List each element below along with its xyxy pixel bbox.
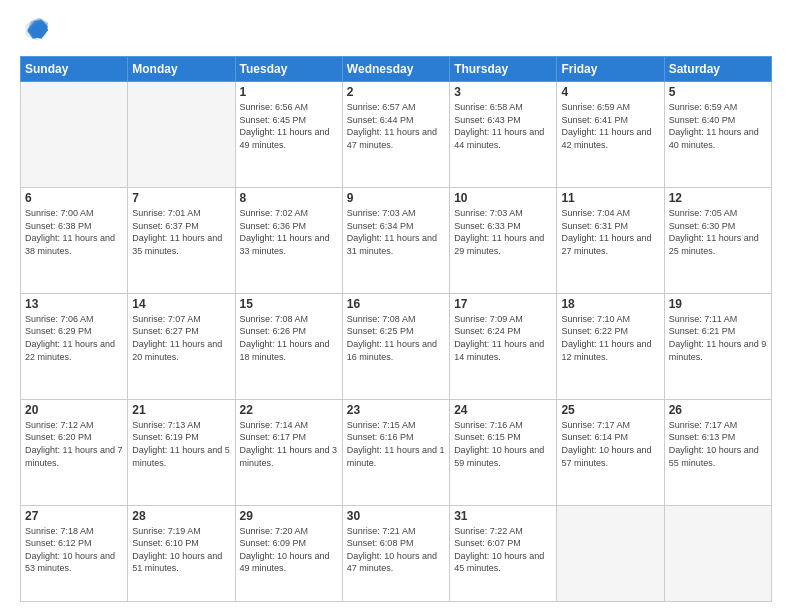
calendar-week-2: 6Sunrise: 7:00 AM Sunset: 6:38 PM Daylig…	[21, 187, 772, 293]
day-number: 9	[347, 191, 445, 205]
calendar-cell: 11Sunrise: 7:04 AM Sunset: 6:31 PM Dayli…	[557, 187, 664, 293]
calendar-cell: 23Sunrise: 7:15 AM Sunset: 6:16 PM Dayli…	[342, 399, 449, 505]
calendar-week-5: 27Sunrise: 7:18 AM Sunset: 6:12 PM Dayli…	[21, 505, 772, 601]
day-number: 19	[669, 297, 767, 311]
day-number: 31	[454, 509, 552, 523]
day-number: 7	[132, 191, 230, 205]
calendar-cell: 14Sunrise: 7:07 AM Sunset: 6:27 PM Dayli…	[128, 293, 235, 399]
day-detail: Sunrise: 7:19 AM Sunset: 6:10 PM Dayligh…	[132, 525, 230, 575]
day-number: 12	[669, 191, 767, 205]
calendar-cell	[664, 505, 771, 601]
day-number: 15	[240, 297, 338, 311]
day-number: 28	[132, 509, 230, 523]
day-detail: Sunrise: 7:22 AM Sunset: 6:07 PM Dayligh…	[454, 525, 552, 575]
day-number: 16	[347, 297, 445, 311]
logo-icon	[22, 16, 50, 44]
calendar-cell: 16Sunrise: 7:08 AM Sunset: 6:25 PM Dayli…	[342, 293, 449, 399]
day-number: 22	[240, 403, 338, 417]
day-number: 17	[454, 297, 552, 311]
day-detail: Sunrise: 7:10 AM Sunset: 6:22 PM Dayligh…	[561, 313, 659, 363]
day-detail: Sunrise: 7:08 AM Sunset: 6:25 PM Dayligh…	[347, 313, 445, 363]
day-detail: Sunrise: 7:12 AM Sunset: 6:20 PM Dayligh…	[25, 419, 123, 469]
calendar-cell: 4Sunrise: 6:59 AM Sunset: 6:41 PM Daylig…	[557, 82, 664, 188]
day-detail: Sunrise: 7:04 AM Sunset: 6:31 PM Dayligh…	[561, 207, 659, 257]
day-detail: Sunrise: 7:15 AM Sunset: 6:16 PM Dayligh…	[347, 419, 445, 469]
day-detail: Sunrise: 7:01 AM Sunset: 6:37 PM Dayligh…	[132, 207, 230, 257]
day-detail: Sunrise: 6:57 AM Sunset: 6:44 PM Dayligh…	[347, 101, 445, 151]
weekday-header-wednesday: Wednesday	[342, 57, 449, 82]
day-detail: Sunrise: 7:18 AM Sunset: 6:12 PM Dayligh…	[25, 525, 123, 575]
calendar-cell: 15Sunrise: 7:08 AM Sunset: 6:26 PM Dayli…	[235, 293, 342, 399]
calendar-cell: 29Sunrise: 7:20 AM Sunset: 6:09 PM Dayli…	[235, 505, 342, 601]
day-number: 27	[25, 509, 123, 523]
day-number: 11	[561, 191, 659, 205]
day-detail: Sunrise: 7:17 AM Sunset: 6:13 PM Dayligh…	[669, 419, 767, 469]
day-detail: Sunrise: 7:17 AM Sunset: 6:14 PM Dayligh…	[561, 419, 659, 469]
day-number: 26	[669, 403, 767, 417]
weekday-header-sunday: Sunday	[21, 57, 128, 82]
day-detail: Sunrise: 7:11 AM Sunset: 6:21 PM Dayligh…	[669, 313, 767, 363]
weekday-header-monday: Monday	[128, 57, 235, 82]
day-number: 21	[132, 403, 230, 417]
calendar-cell: 2Sunrise: 6:57 AM Sunset: 6:44 PM Daylig…	[342, 82, 449, 188]
day-number: 30	[347, 509, 445, 523]
day-number: 13	[25, 297, 123, 311]
logo	[20, 16, 54, 48]
calendar-cell: 3Sunrise: 6:58 AM Sunset: 6:43 PM Daylig…	[450, 82, 557, 188]
weekday-header-thursday: Thursday	[450, 57, 557, 82]
calendar-table: SundayMondayTuesdayWednesdayThursdayFrid…	[20, 56, 772, 602]
calendar-cell: 21Sunrise: 7:13 AM Sunset: 6:19 PM Dayli…	[128, 399, 235, 505]
day-number: 1	[240, 85, 338, 99]
day-number: 2	[347, 85, 445, 99]
day-detail: Sunrise: 6:59 AM Sunset: 6:41 PM Dayligh…	[561, 101, 659, 151]
calendar-cell: 20Sunrise: 7:12 AM Sunset: 6:20 PM Dayli…	[21, 399, 128, 505]
day-number: 3	[454, 85, 552, 99]
day-number: 20	[25, 403, 123, 417]
calendar-cell: 24Sunrise: 7:16 AM Sunset: 6:15 PM Dayli…	[450, 399, 557, 505]
day-detail: Sunrise: 7:08 AM Sunset: 6:26 PM Dayligh…	[240, 313, 338, 363]
day-detail: Sunrise: 7:03 AM Sunset: 6:33 PM Dayligh…	[454, 207, 552, 257]
day-detail: Sunrise: 7:09 AM Sunset: 6:24 PM Dayligh…	[454, 313, 552, 363]
calendar-cell: 8Sunrise: 7:02 AM Sunset: 6:36 PM Daylig…	[235, 187, 342, 293]
weekday-header-friday: Friday	[557, 57, 664, 82]
calendar-cell: 17Sunrise: 7:09 AM Sunset: 6:24 PM Dayli…	[450, 293, 557, 399]
calendar-cell: 12Sunrise: 7:05 AM Sunset: 6:30 PM Dayli…	[664, 187, 771, 293]
day-number: 18	[561, 297, 659, 311]
calendar-cell: 10Sunrise: 7:03 AM Sunset: 6:33 PM Dayli…	[450, 187, 557, 293]
day-detail: Sunrise: 7:20 AM Sunset: 6:09 PM Dayligh…	[240, 525, 338, 575]
calendar-cell: 7Sunrise: 7:01 AM Sunset: 6:37 PM Daylig…	[128, 187, 235, 293]
day-number: 23	[347, 403, 445, 417]
calendar-cell: 27Sunrise: 7:18 AM Sunset: 6:12 PM Dayli…	[21, 505, 128, 601]
day-detail: Sunrise: 7:06 AM Sunset: 6:29 PM Dayligh…	[25, 313, 123, 363]
calendar-week-4: 20Sunrise: 7:12 AM Sunset: 6:20 PM Dayli…	[21, 399, 772, 505]
calendar-cell: 6Sunrise: 7:00 AM Sunset: 6:38 PM Daylig…	[21, 187, 128, 293]
day-detail: Sunrise: 7:00 AM Sunset: 6:38 PM Dayligh…	[25, 207, 123, 257]
calendar-cell: 1Sunrise: 6:56 AM Sunset: 6:45 PM Daylig…	[235, 82, 342, 188]
calendar-week-1: 1Sunrise: 6:56 AM Sunset: 6:45 PM Daylig…	[21, 82, 772, 188]
calendar-cell	[21, 82, 128, 188]
calendar-week-3: 13Sunrise: 7:06 AM Sunset: 6:29 PM Dayli…	[21, 293, 772, 399]
day-number: 10	[454, 191, 552, 205]
calendar-cell: 30Sunrise: 7:21 AM Sunset: 6:08 PM Dayli…	[342, 505, 449, 601]
calendar-cell	[557, 505, 664, 601]
day-detail: Sunrise: 7:21 AM Sunset: 6:08 PM Dayligh…	[347, 525, 445, 575]
calendar-cell: 5Sunrise: 6:59 AM Sunset: 6:40 PM Daylig…	[664, 82, 771, 188]
calendar-cell: 31Sunrise: 7:22 AM Sunset: 6:07 PM Dayli…	[450, 505, 557, 601]
day-detail: Sunrise: 6:59 AM Sunset: 6:40 PM Dayligh…	[669, 101, 767, 151]
weekday-header-tuesday: Tuesday	[235, 57, 342, 82]
day-detail: Sunrise: 7:07 AM Sunset: 6:27 PM Dayligh…	[132, 313, 230, 363]
day-number: 8	[240, 191, 338, 205]
day-detail: Sunrise: 7:03 AM Sunset: 6:34 PM Dayligh…	[347, 207, 445, 257]
calendar-cell: 28Sunrise: 7:19 AM Sunset: 6:10 PM Dayli…	[128, 505, 235, 601]
day-detail: Sunrise: 6:58 AM Sunset: 6:43 PM Dayligh…	[454, 101, 552, 151]
calendar-cell	[128, 82, 235, 188]
calendar-cell: 19Sunrise: 7:11 AM Sunset: 6:21 PM Dayli…	[664, 293, 771, 399]
day-detail: Sunrise: 7:14 AM Sunset: 6:17 PM Dayligh…	[240, 419, 338, 469]
day-detail: Sunrise: 7:05 AM Sunset: 6:30 PM Dayligh…	[669, 207, 767, 257]
day-detail: Sunrise: 6:56 AM Sunset: 6:45 PM Dayligh…	[240, 101, 338, 151]
calendar-cell: 25Sunrise: 7:17 AM Sunset: 6:14 PM Dayli…	[557, 399, 664, 505]
calendar-cell: 9Sunrise: 7:03 AM Sunset: 6:34 PM Daylig…	[342, 187, 449, 293]
calendar-header-row: SundayMondayTuesdayWednesdayThursdayFrid…	[21, 57, 772, 82]
day-number: 29	[240, 509, 338, 523]
day-detail: Sunrise: 7:16 AM Sunset: 6:15 PM Dayligh…	[454, 419, 552, 469]
